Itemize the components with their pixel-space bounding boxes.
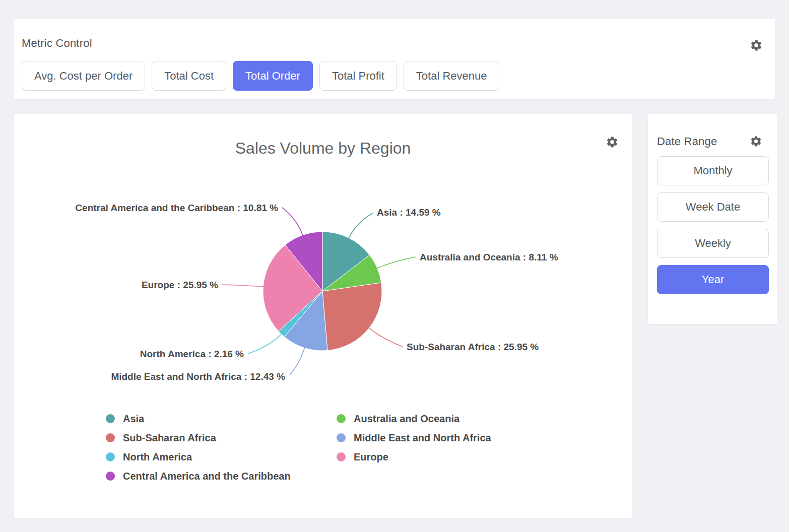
legend-item-europe[interactable]: Europe [337,447,491,467]
pie-label: Middle East and North Africa : 12.43 % [111,371,285,382]
date-range-buttons-group: MonthlyWeek DateWeeklyYear [657,156,769,294]
legend-item-asia[interactable]: Asia [106,409,291,428]
legend-marker [337,452,346,461]
gear-icon [750,39,763,52]
legend-item-sub-saharan-africa[interactable]: Sub-Saharan Africa [106,428,291,447]
legend-column: AsiaSub-Saharan AfricaNorth AmericaCentr… [106,409,291,486]
pie-label: Central America and the Caribbean : 10.8… [75,203,278,213]
pie-slice-sub-saharan-africa[interactable] [322,283,382,351]
settings-button[interactable] [750,135,762,148]
pie-label-line [369,328,403,347]
date-range-button-weekly[interactable]: Weekly [657,229,769,258]
legend-item-australia-and-oceania[interactable]: Australia and Oceania [337,409,491,428]
date-range-button-week-date[interactable]: Week Date [657,192,769,222]
pie-chart: Asia : 14.59 %Australia and Oceania : 8.… [14,114,632,404]
metric-control-title: Metric Control [22,37,92,50]
legend-marker [106,452,115,461]
legend-label: Sub-Saharan Africa [123,432,216,444]
pie-label-line [290,348,305,375]
metric-button-total-cost[interactable]: Total Cost [152,61,226,91]
metric-buttons-group: Avg. Cost per OrderTotal CostTotal Order… [22,61,499,91]
settings-button[interactable] [750,39,763,52]
metric-button-total-order[interactable]: Total Order [233,61,313,91]
legend-marker [106,472,115,481]
pie-label-line [248,334,282,354]
legend-item-central-america-and-the-caribbean[interactable]: Central America and the Caribbean [106,467,291,486]
metric-button-total-revenue[interactable]: Total Revenue [404,61,500,91]
metric-button-avg-cost-per-order[interactable]: Avg. Cost per Order [22,61,145,91]
legend-label: Middle East and North Africa [354,432,491,444]
date-range-button-monthly[interactable]: Monthly [657,156,769,185]
gear-icon [750,135,762,148]
pie-label: Australia and Oceania : 8.11 % [420,252,558,262]
metric-control-panel: Metric Control Avg. Cost per OrderTotal … [14,19,775,99]
date-range-panel: Date Range MonthlyWeek DateWeeklyYear [648,114,777,324]
legend-marker [337,433,346,442]
pie-label-line [349,213,373,238]
pie-label-line [377,257,416,269]
legend-item-middle-east-and-north-africa[interactable]: Middle East and North Africa [337,428,491,447]
pie-label: Europe : 25.95 % [142,280,218,290]
legend-label: North America [123,451,192,463]
pie-label-line [222,285,264,287]
chart-panel: Sales Volume by Region Asia : 14.59 %Aus… [14,114,632,518]
legend-marker [106,414,115,423]
metric-button-total-profit[interactable]: Total Profit [319,61,397,91]
legend-marker [106,433,115,442]
pie-label: Sub-Saharan Africa : 25.95 % [407,342,539,352]
pie-label: North America : 2.16 % [140,349,244,359]
legend-label: Australia and Oceania [354,413,459,425]
legend-item-north-america[interactable]: North America [106,447,291,467]
date-range-button-year[interactable]: Year [657,265,769,294]
legend-marker [337,414,346,423]
legend-label: Europe [354,451,388,463]
legend-label: Asia [123,413,144,425]
legend-label: Central America and the Caribbean [123,471,291,482]
chart-legend: AsiaSub-Saharan AfricaNorth AmericaCentr… [14,409,632,490]
date-range-title: Date Range [657,135,717,148]
pie-label-line [282,208,303,236]
pie-label: Asia : 14.59 % [377,207,441,218]
legend-column: Australia and OceaniaMiddle East and Nor… [337,409,491,467]
